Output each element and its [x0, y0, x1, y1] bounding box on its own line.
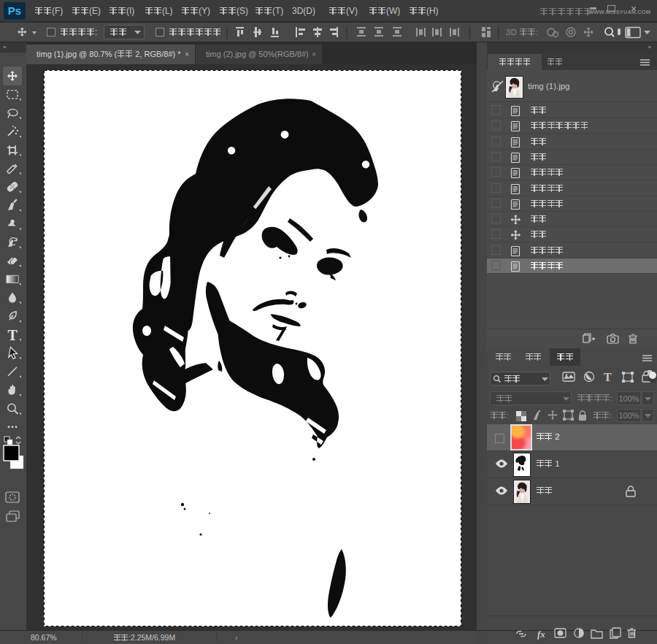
svg-text:fx: fx — [537, 629, 545, 640]
svg-text:T: T — [604, 371, 612, 383]
svg-text:T: T — [8, 327, 18, 343]
